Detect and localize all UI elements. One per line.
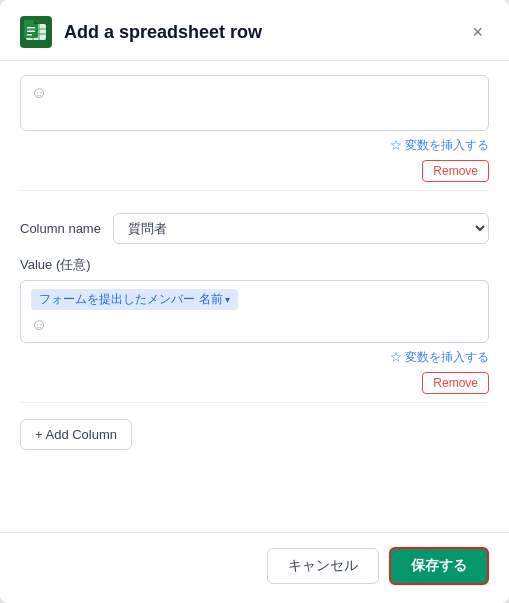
svg-rect-10 <box>27 31 35 33</box>
remove-row-2: Remove <box>20 372 489 394</box>
section-1: ☺ ☆ 変数を挿入する Remove <box>20 61 489 191</box>
textarea-wrapper-2[interactable]: フォームを提出したメンバー 名前 ▾ ☺ <box>20 280 489 343</box>
remove-button-2[interactable]: Remove <box>422 372 489 394</box>
tag-text: フォームを提出したメンバー <box>39 291 195 308</box>
close-button[interactable]: × <box>466 20 489 45</box>
column-name-row: Column name 質問者 <box>20 213 489 244</box>
textarea-wrapper-1[interactable]: ☺ <box>20 75 489 131</box>
insert-var-button-2[interactable]: ☆ 変数を挿入する <box>390 349 489 366</box>
emoji-icon-1[interactable]: ☺ <box>31 84 478 102</box>
tag-name-label: 名前 <box>199 291 223 308</box>
add-column-section: + Add Column <box>20 403 489 458</box>
save-button[interactable]: 保存する <box>389 547 489 585</box>
svg-rect-11 <box>27 34 32 36</box>
modal-title: Add a spreadsheet row <box>64 22 466 43</box>
column-name-select[interactable]: 質問者 <box>113 213 489 244</box>
modal-footer: キャンセル 保存する <box>0 532 509 603</box>
modal-header: Add a spreadsheet row × <box>0 0 509 61</box>
svg-rect-9 <box>27 27 35 29</box>
column-name-label: Column name <box>20 221 101 236</box>
modal-body: ☺ ☆ 変数を挿入する Remove Column name 質問者 Value… <box>0 61 509 524</box>
remove-row-1: Remove <box>20 160 489 182</box>
insert-var-row-2: ☆ 変数を挿入する <box>20 349 489 366</box>
insert-var-button-1[interactable]: ☆ 変数を挿入する <box>390 137 489 154</box>
member-tag[interactable]: フォームを提出したメンバー 名前 ▾ <box>31 289 238 310</box>
cancel-button[interactable]: キャンセル <box>267 548 379 584</box>
tag-area: フォームを提出したメンバー 名前 ▾ <box>31 289 478 310</box>
insert-var-row-1: ☆ 変数を挿入する <box>20 137 489 154</box>
modal-container: Add a spreadsheet row × ☺ ☆ 変数を挿入する Remo… <box>0 0 509 603</box>
emoji-icon-2[interactable]: ☺ <box>31 316 478 334</box>
tag-dropdown-icon[interactable]: ▾ <box>225 294 230 305</box>
add-column-button[interactable]: + Add Column <box>20 419 132 450</box>
section-2: Column name 質問者 Value (任意) フォームを提出したメンバー… <box>20 191 489 403</box>
sheets-icon <box>20 16 52 48</box>
remove-button-1[interactable]: Remove <box>422 160 489 182</box>
value-label: Value (任意) <box>20 256 489 274</box>
